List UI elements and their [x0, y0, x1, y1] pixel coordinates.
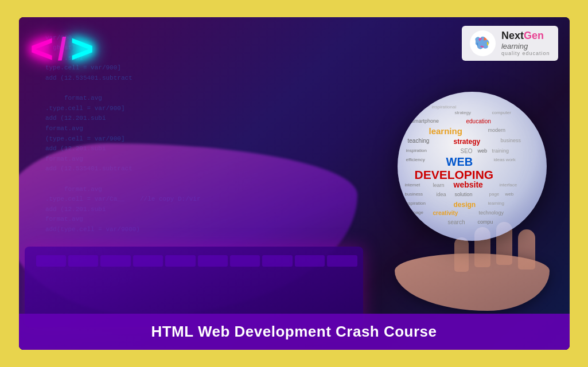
wc-learn: learn — [433, 182, 445, 189]
logo-gen: Gen — [524, 30, 544, 41]
wc-web2: web — [505, 192, 514, 197]
wc-page: page — [489, 192, 500, 197]
wc-solution: solution — [455, 192, 473, 198]
slash-icon: / — [57, 30, 66, 67]
wc-ideas: ideas work — [494, 157, 516, 163]
wc-learning2: learning — [488, 201, 504, 206]
wc-inspiration1: inspiration — [406, 148, 427, 154]
wc-design: design — [454, 201, 476, 209]
wc-strategy1: strategy — [455, 110, 471, 116]
wc-creativity: creativity — [433, 210, 458, 217]
wc-inspirational: inspirational — [432, 104, 457, 110]
wc-technology: technology — [479, 210, 504, 216]
html-tag-icons: < / > — [30, 29, 94, 69]
course-title: HTML Web Development Crash Course — [151, 323, 437, 341]
wc-computer: computer — [492, 110, 511, 116]
logo-area: NextGen learning quality education — [462, 26, 558, 61]
logo-text: NextGen learning quality education — [501, 30, 550, 56]
logo-company-name: NextGen — [501, 30, 550, 42]
logo-learning-text: learning — [501, 42, 550, 50]
wc-inspiration2: inspiration — [405, 201, 426, 206]
title-bar: HTML Web Development Crash Course — [19, 314, 570, 350]
wc-efficiency: efficiency — [406, 157, 425, 163]
wc-business2: business — [405, 192, 423, 197]
wc-seo: SEO — [461, 148, 473, 155]
keyboard-row-1 — [36, 252, 357, 270]
wc-web-big: WEB — [446, 155, 473, 169]
wc-smartphone: smartphone — [412, 118, 439, 124]
wc-training: training — [492, 148, 509, 154]
wc-business1: business — [501, 138, 521, 144]
wc-website: website — [454, 180, 483, 190]
wc-learning: learning — [429, 126, 462, 136]
logo-tagline: quality education — [501, 50, 550, 56]
main-frame: var/900 = ghost] .subi type.cell = var/9… — [19, 17, 570, 350]
word-cloud-inner: inspirational strategy computer smartpho… — [403, 97, 541, 235]
wc-compu: compu — [478, 219, 493, 225]
word-cloud: inspirational strategy computer smartpho… — [398, 92, 547, 241]
globe-sphere: inspirational strategy computer smartpho… — [398, 92, 547, 241]
wc-internet: internet — [405, 182, 420, 188]
logo-next: Next — [501, 30, 524, 41]
wc-web1: web — [478, 148, 488, 154]
wc-strategy2: strategy — [454, 138, 481, 146]
wc-idea: idea — [437, 192, 446, 198]
open-bracket-icon: < — [30, 29, 54, 69]
wc-education: education — [466, 118, 491, 125]
wc-interface: interface — [500, 182, 517, 188]
wc-webpage: webpage — [405, 210, 423, 216]
word-globe: inspirational strategy computer smartpho… — [392, 86, 552, 247]
nextgen-logo-icon — [470, 30, 496, 56]
wc-teaching: teaching — [408, 138, 430, 145]
wc-modern: modern — [488, 127, 506, 134]
close-bracket-icon: > — [71, 29, 94, 69]
wc-search: search — [448, 219, 465, 226]
